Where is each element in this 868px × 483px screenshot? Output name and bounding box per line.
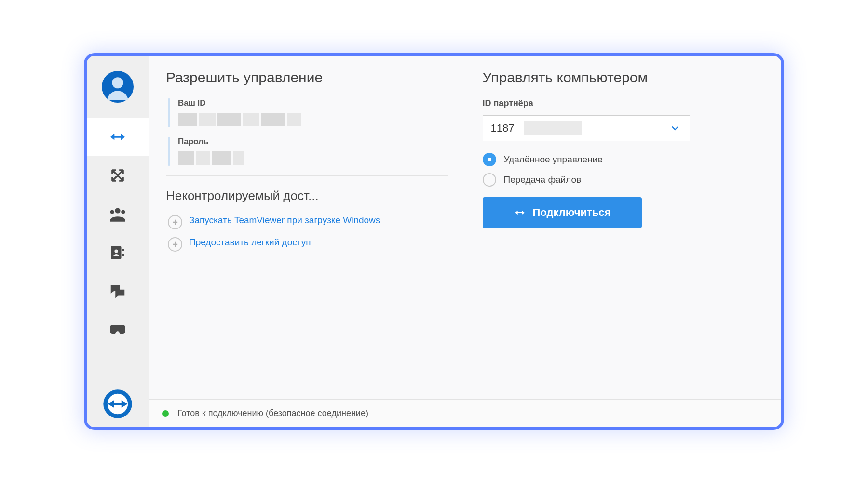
svg-rect-6 bbox=[122, 249, 124, 252]
nav-ar[interactable] bbox=[87, 310, 149, 349]
nav-contacts[interactable] bbox=[87, 195, 149, 233]
unattended-title: Неконтролируемый дост... bbox=[166, 188, 448, 203]
password-label: Пароль bbox=[178, 137, 244, 147]
status-text: Готов к подключению (безопасное соединен… bbox=[177, 408, 368, 418]
nav-remote-control[interactable] bbox=[87, 118, 149, 156]
startup-link-row[interactable]: + Запускать TeamViewer при загрузке Wind… bbox=[168, 214, 448, 229]
arrows-horizontal-icon bbox=[108, 127, 127, 147]
expand-icon bbox=[108, 166, 127, 185]
main: Разрешить управление Ваш ID bbox=[149, 56, 781, 427]
chevron-down-icon bbox=[670, 123, 680, 134]
password-value-redacted bbox=[178, 150, 244, 166]
arrows-horizontal-icon bbox=[514, 206, 526, 219]
connect-button[interactable]: Подключиться bbox=[483, 197, 642, 228]
startup-link[interactable]: Запускать TeamViewer при загрузке Window… bbox=[189, 214, 380, 227]
partner-id-input[interactable] bbox=[483, 116, 522, 141]
svg-point-8 bbox=[114, 249, 118, 253]
radio-file-transfer[interactable]: Передача файлов bbox=[483, 173, 764, 187]
control-computer-title: Управлять компьютером bbox=[483, 69, 764, 86]
app-window: Разрешить управление Ваш ID bbox=[87, 56, 781, 427]
svg-point-3 bbox=[110, 210, 114, 214]
radio-files-label: Передача файлов bbox=[504, 174, 582, 185]
divider bbox=[166, 175, 448, 176]
body: Разрешить управление Ваш ID bbox=[87, 56, 781, 427]
plus-icon: + bbox=[168, 215, 182, 229]
easy-access-link-row[interactable]: + Предоставить легкий доступ bbox=[168, 236, 448, 252]
teamviewer-logo-icon bbox=[103, 389, 133, 419]
your-id-field: Ваш ID bbox=[168, 98, 448, 127]
svg-rect-7 bbox=[122, 254, 124, 256]
nav-logo[interactable] bbox=[87, 381, 149, 427]
easy-access-link[interactable]: Предоставить легкий доступ bbox=[189, 236, 311, 249]
radio-button-icon bbox=[483, 153, 496, 166]
radio-button-icon bbox=[483, 173, 496, 187]
svg-point-4 bbox=[121, 210, 125, 214]
address-book-icon bbox=[109, 244, 126, 261]
status-bar: Готов к подключению (безопасное соединен… bbox=[149, 399, 781, 427]
content: Разрешить управление Ваш ID bbox=[149, 56, 781, 399]
partner-id-label: ID партнёра bbox=[483, 98, 764, 108]
control-computer-panel: Управлять компьютером ID партнёра bbox=[465, 56, 782, 399]
nav-meeting[interactable] bbox=[87, 156, 149, 195]
nav-address-book[interactable] bbox=[87, 233, 149, 272]
group-icon bbox=[108, 204, 128, 224]
avatar[interactable] bbox=[87, 56, 149, 118]
partner-id-combo[interactable] bbox=[483, 115, 690, 141]
allow-control-title: Разрешить управление bbox=[166, 69, 448, 86]
password-field: Пароль bbox=[168, 137, 448, 166]
radio-remote-control[interactable]: Удалённое управление bbox=[483, 153, 764, 166]
nav-chat[interactable] bbox=[87, 272, 149, 310]
partner-id-redacted bbox=[524, 121, 582, 135]
allow-control-panel: Разрешить управление Ваш ID bbox=[149, 56, 465, 399]
status-dot-icon bbox=[162, 410, 169, 417]
your-id-value-redacted bbox=[178, 112, 301, 127]
radio-remote-label: Удалённое управление bbox=[504, 154, 603, 165]
vr-goggles-icon bbox=[108, 320, 128, 340]
connect-button-label: Подключиться bbox=[533, 206, 611, 219]
your-id-label: Ваш ID bbox=[178, 98, 301, 108]
chat-icon bbox=[108, 282, 127, 300]
svg-point-1 bbox=[112, 77, 123, 88]
svg-point-2 bbox=[115, 208, 120, 213]
sidebar bbox=[87, 56, 149, 427]
plus-icon: + bbox=[168, 237, 182, 252]
partner-id-dropdown[interactable] bbox=[661, 116, 690, 141]
